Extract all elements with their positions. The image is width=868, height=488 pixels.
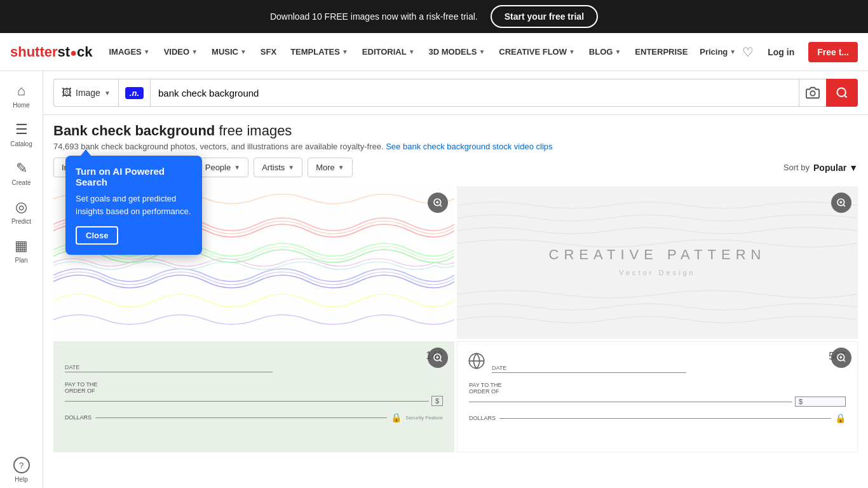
check-date-area-2: DATE [492,365,846,373]
svg-text:Vector Design: Vector Design [619,269,695,276]
camera-search-button[interactable] [799,79,826,107]
favorites-icon[interactable]: ♡ [742,44,754,60]
free-trial-button[interactable]: Start your free trial [491,5,598,28]
create-icon: ✎ [16,160,27,177]
check-order-label-2: ORDER OF [469,388,846,395]
sidebar-help-label: Help [15,476,28,483]
nav-sfx-label: SFX [261,47,276,57]
image-item-2[interactable]: CREATIVE PATTERN Vector Design [457,186,858,339]
sidebar-item-home[interactable]: ⌂ Home [0,78,43,114]
home-icon: ⌂ [17,83,25,99]
login-button[interactable]: Log in [760,43,802,61]
sidebar-home-label: Home [13,102,30,109]
check-amount-row-1: $ [65,396,443,406]
pricing-label: Pricing [700,47,728,57]
sort-arrow: ▼ [849,163,858,173]
nav-video-arrow: ▼ [191,48,198,55]
nav-editorial-label: EDITORIAL [362,47,407,57]
results-title-text: Bank check background free images [53,123,292,139]
sidebar-create-label: Create [11,179,31,186]
sidebar-item-create[interactable]: ✎ Create [0,155,43,191]
nav-item-blog[interactable]: BLOG ▼ [583,42,627,62]
ai-powered-tooltip: Turn on AI Powered Search Set goals and … [65,156,202,255]
pattern-image: CREATIVE PATTERN Vector Design [457,186,858,339]
nav-item-3dmodels[interactable]: 3D MODELS ▼ [423,42,492,62]
check-date-label-1: DATE [65,364,79,370]
search-button[interactable] [826,79,858,107]
artists-filter[interactable]: Artists ▼ [254,158,302,177]
more-filter[interactable]: More ▼ [308,158,353,177]
sidebar-item-catalog[interactable]: ☰ Catalog [0,116,43,152]
check-payto-area-2: PAY TO THE ORDER OF $ [469,382,846,407]
sidebar-item-plan[interactable]: ▦ Plan [0,233,43,269]
nav-item-sfx[interactable]: SFX [254,42,283,62]
ai-badge[interactable]: .n. [118,79,150,107]
nav-enterprise-label: ENTERPRISE [635,47,688,57]
nav-editorial-arrow: ▼ [409,48,415,55]
pricing-arrow: ▼ [729,48,736,55]
check-dollars-label-2: DOLLARS [469,415,496,421]
sort-value[interactable]: Popular ▼ [813,163,858,173]
zoom-btn-2[interactable] [831,193,851,213]
check-image-1: 142 DATE PAY TO THE ORDER OF $ [53,341,454,452]
check-date-label-2: DATE [492,365,506,371]
results-header: Bank check background free images 74,693… [43,115,868,151]
plan-icon: ▦ [15,238,28,254]
search-type-dropdown[interactable]: 🖼 Image ▼ [53,79,118,107]
video-clips-link[interactable]: See bank check background stock video cl… [386,142,552,151]
people-label: People [205,163,231,172]
search-type-arrow: ▼ [104,90,111,97]
nav-blog-arrow: ▼ [614,48,621,55]
sidebar: ⌂ Home ☰ Catalog ✎ Create ◎ Predict ▦ Pl… [0,71,43,488]
tooltip-title: Turn on AI Powered Search [76,166,192,187]
zoom-btn-4[interactable] [831,348,851,368]
nav-item-images[interactable]: IMAGES ▼ [102,42,156,62]
zoom-btn-3[interactable] [428,348,448,368]
nav-item-templates[interactable]: TEMPLATES ▼ [284,42,355,62]
help-icon: ? [13,457,30,473]
sidebar-item-help[interactable]: ? Help [0,452,43,488]
search-input[interactable] [150,79,799,107]
security-text-1: Security Feature [405,415,443,421]
logo[interactable]: shutterst●ck [10,44,92,60]
svg-text:CREATIVE PATTERN: CREATIVE PATTERN [549,247,766,262]
check-dollars-row-2: DOLLARS 🔒 [469,413,846,423]
sort-label: Sort by [783,163,810,172]
sort-value-text: Popular [813,163,846,173]
sidebar-predict-label: Predict [11,218,31,225]
check-image-2: 507 DATE PAY TO THE ORDER OF [457,341,858,452]
nav-item-enterprise[interactable]: ENTERPRISE [628,42,694,62]
ai-badge-label: .n. [125,87,144,99]
tooltip-close-button[interactable]: Close [76,226,118,245]
image-item-4[interactable]: 507 DATE PAY TO THE ORDER OF [457,341,858,452]
nav-images-label: IMAGES [109,47,141,57]
image-type-icon: 🖼 [62,87,72,98]
sort-section: Sort by Popular ▼ [783,163,858,173]
nav-item-video[interactable]: VIDEO ▼ [158,42,204,62]
banner-text: Download 10 FREE images now with a risk-… [270,11,478,22]
check-payto-area-1: PAY TO THE ORDER OF $ [65,381,443,406]
check-dollar-1: $ [431,396,443,406]
artists-label: Artists [262,163,285,172]
sidebar-item-predict[interactable]: ◎ Predict [0,194,43,230]
nav-item-creative-flow[interactable]: CREATIVE FLOW ▼ [492,42,581,62]
zoom-btn-1[interactable] [428,193,448,213]
tooltip-body: Set goals and get predicted insights bas… [76,193,192,217]
people-filter[interactable]: People ▼ [197,158,248,177]
globe-icon-wrapper [468,352,485,372]
check-payto-label-2: PAY TO THE [469,382,846,388]
image-item-3[interactable]: 142 DATE PAY TO THE ORDER OF $ [53,341,454,452]
nav-right: Pricing ▼ ♡ Log in Free t... [700,42,858,62]
nav-item-music[interactable]: MUSIC ▼ [205,42,253,62]
nav-item-editorial[interactable]: EDITORIAL ▼ [356,42,421,62]
svg-point-1 [837,88,846,97]
main-layout: ⌂ Home ☰ Catalog ✎ Create ◎ Predict ▦ Pl… [0,71,868,488]
nav-pricing[interactable]: Pricing ▼ [700,47,736,57]
check-dollars-row-1: DOLLARS 🔒 Security Feature [65,412,443,423]
subtitle-text: 74,693 bank check background photos, vec… [53,142,384,151]
search-bar: 🖼 Image ▼ .n. [43,71,868,115]
nav-templates-label: TEMPLATES [290,47,340,57]
free-button[interactable]: Free t... [808,42,858,62]
check-dollars-label-1: DOLLARS [65,414,92,421]
results-subtitle: 74,693 bank check background photos, vec… [53,142,858,151]
